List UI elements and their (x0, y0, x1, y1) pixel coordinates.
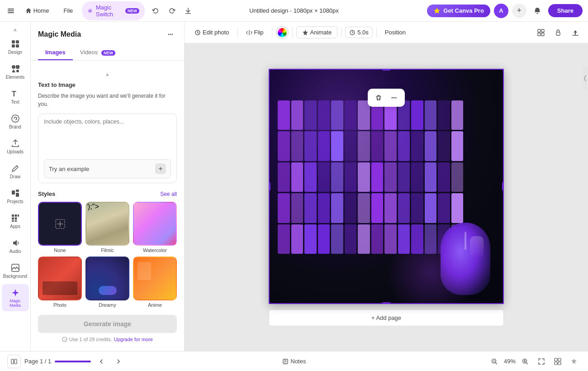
svg-rect-50 (555, 362, 557, 365)
topbar-center: Untitled design - 1080px × 1080px (199, 7, 389, 14)
tab-videos[interactable]: Videos NEW (73, 45, 123, 60)
magic-switch-button[interactable]: Magic Switch NEW (82, 1, 145, 20)
notifications-button[interactable] (530, 4, 545, 18)
svg-rect-16 (12, 190, 15, 195)
add-team-button[interactable]: + (512, 4, 526, 18)
toolbar-divider-3 (292, 28, 293, 38)
share-canvas-button[interactable] (568, 25, 583, 40)
redo-button[interactable] (165, 4, 179, 18)
home-button[interactable]: Home (20, 5, 55, 17)
file-button[interactable]: File (58, 5, 78, 17)
style-dreamy[interactable]: Dreamy (85, 257, 129, 308)
sidebar-item-draw[interactable]: Draw (2, 160, 29, 183)
upgrade-link[interactable]: Upgrade for more (114, 337, 153, 342)
background-label: Background (3, 274, 27, 279)
svg-rect-9 (16, 44, 19, 48)
resize-handle-l[interactable] (269, 182, 270, 191)
fullscreen-button[interactable] (535, 355, 548, 368)
resize-handle-br[interactable] (502, 302, 504, 304)
sidebar-item-uploads[interactable]: Uploads (2, 135, 29, 158)
zoom-in-button[interactable] (518, 355, 532, 368)
svg-point-42 (395, 97, 397, 98)
resize-handle-r[interactable] (502, 182, 504, 191)
next-page-button[interactable] (112, 355, 125, 368)
resize-handle-t[interactable] (382, 69, 391, 71)
sidebar-item-magic-media[interactable]: Magic Media (2, 284, 29, 311)
undo-redo-group (148, 4, 195, 18)
style-photo[interactable]: Photo (38, 257, 82, 308)
panel-menu-button[interactable] (164, 28, 177, 41)
canvas-page: const colors = ['#9333ea', '#a855f7', '#… (269, 69, 504, 326)
prompt-textarea[interactable] (44, 119, 171, 159)
sidebar-item-projects[interactable]: Projects (2, 185, 29, 208)
lock-button[interactable] (551, 25, 565, 40)
svg-point-41 (394, 97, 395, 98)
canvas-image[interactable]: const colors = ['#9333ea', '#a855f7', '#… (269, 69, 504, 304)
grid-view-button[interactable] (534, 25, 548, 40)
scroll-up-icon[interactable]: ▲ (105, 71, 110, 77)
try-example-button[interactable]: Try an example + (44, 159, 171, 178)
scroll-top: ▲ (13, 25, 18, 33)
save-status-button[interactable] (181, 4, 195, 18)
svg-rect-7 (16, 40, 19, 43)
add-page-button[interactable]: + Add page (269, 309, 504, 326)
zoom-out-button[interactable] (488, 355, 501, 368)
canva-pro-button[interactable]: Get Canva Pro (427, 5, 490, 17)
apps-label: Apps (10, 224, 20, 229)
style-filmic[interactable]: ');"> Filmic (85, 202, 129, 253)
page-progress-bar (55, 361, 91, 362)
notes-button[interactable]: Notes (279, 356, 310, 366)
flip-button[interactable]: Flip (242, 27, 268, 38)
color-picker-button[interactable] (276, 26, 289, 39)
style-none-thumb (38, 202, 82, 246)
svg-rect-25 (14, 220, 17, 222)
magic-button[interactable] (567, 355, 581, 368)
edit-photo-button[interactable]: Edit photo (190, 27, 234, 38)
user-avatar[interactable]: A (494, 4, 508, 18)
right-panel-toggle[interactable] (583, 67, 588, 90)
sidebar-item-apps[interactable]: Apps (2, 209, 29, 233)
show-pages-button[interactable] (7, 355, 21, 368)
more-options-button[interactable] (387, 90, 401, 105)
grid-toggle-button[interactable] (551, 355, 564, 368)
style-anime[interactable]: Anime (133, 257, 177, 308)
generate-button[interactable]: Generate image (38, 315, 177, 333)
tab-images[interactable]: Images (38, 45, 73, 60)
sidebar-item-text[interactable]: T Text (2, 85, 29, 108)
audio-icon (10, 238, 20, 248)
toolbar-right-icons (534, 25, 583, 40)
sidebar-item-background[interactable]: Background (2, 259, 29, 282)
delete-button[interactable] (371, 90, 386, 105)
canvas-area: Edit photo Flip Animate 5.0s (185, 22, 588, 351)
animate-button[interactable]: Animate (296, 26, 338, 38)
svg-text:i: i (65, 338, 66, 341)
zoom-level[interactable]: 49% (504, 358, 516, 365)
resize-handle-b[interactable] (382, 302, 391, 304)
style-watercolor[interactable]: Watercolor (133, 202, 177, 253)
see-all-button[interactable]: See all (160, 191, 177, 197)
sidebar-item-elements[interactable]: Elements (2, 60, 29, 83)
share-button[interactable]: Share (548, 4, 583, 17)
scroll-up-arrow[interactable]: ▲ (13, 26, 18, 33)
prev-page-button[interactable] (95, 355, 108, 368)
topbar-right: Get Canva Pro A + Share (393, 4, 583, 18)
svg-marker-5 (434, 8, 440, 14)
resize-handle-tr[interactable] (502, 69, 504, 71)
menu-button[interactable] (5, 5, 16, 17)
styles-grid: None ');"> Filmic Watercolor (38, 202, 177, 308)
svg-rect-48 (555, 358, 557, 361)
canvas-scroll[interactable]: const colors = ['#9333ea', '#a855f7', '#… (185, 43, 588, 351)
sidebar-item-design[interactable]: Design (2, 35, 29, 58)
sidebar-item-brand[interactable]: Brand (2, 110, 29, 133)
svg-rect-36 (541, 29, 544, 32)
undo-button[interactable] (148, 4, 163, 18)
style-photo-label: Photo (53, 302, 66, 308)
style-none[interactable]: None (38, 202, 82, 253)
svg-rect-21 (18, 214, 19, 217)
position-button[interactable]: Position (380, 27, 410, 38)
timer-button[interactable]: 5.0s (345, 27, 373, 38)
image-toolbar (368, 89, 405, 107)
sidebar-item-audio[interactable]: Audio (2, 234, 29, 257)
audio-label: Audio (9, 249, 21, 254)
styles-section-title: Styles (38, 190, 55, 197)
